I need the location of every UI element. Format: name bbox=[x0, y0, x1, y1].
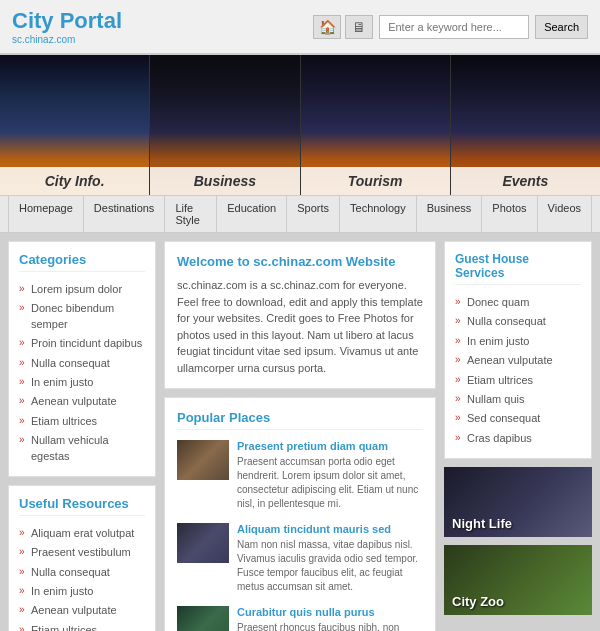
place-title-3[interactable]: Curabitur quis nulla purus bbox=[237, 606, 423, 618]
banner-panel-4[interactable]: Events bbox=[451, 55, 600, 195]
guest-list: Donec quam Nulla consequat In enim justo… bbox=[455, 293, 581, 448]
sidebar-left: Categories Lorem ipsum dolor Donec biben… bbox=[8, 241, 156, 631]
logo-sub: sc.chinaz.com bbox=[12, 34, 122, 45]
list-item: Donec quam bbox=[455, 293, 581, 312]
nav-destinations[interactable]: Destinations bbox=[84, 196, 166, 232]
list-item: Etiam ultrices bbox=[19, 412, 145, 431]
nightlife-promo[interactable]: Night Life bbox=[444, 467, 592, 537]
list-item: Nulla consequat bbox=[19, 354, 145, 373]
main-content: Categories Lorem ipsum dolor Donec biben… bbox=[0, 233, 600, 631]
list-item: Etiam ultrices bbox=[19, 621, 145, 631]
nav-sports[interactable]: Sports bbox=[287, 196, 340, 232]
place-thumb-3 bbox=[177, 606, 229, 631]
categories-box: Categories Lorem ipsum dolor Donec biben… bbox=[8, 241, 156, 477]
categories-title: Categories bbox=[19, 252, 145, 272]
list-item: Donec bibendum semper bbox=[19, 299, 145, 334]
resources-box: Useful Resources Aliquam erat volutpat P… bbox=[8, 485, 156, 631]
guest-box: Guest House Services Donec quam Nulla co… bbox=[444, 241, 592, 459]
list-item: Nullam quis bbox=[455, 390, 581, 409]
list-item: Nulla consequat bbox=[19, 563, 145, 582]
nav-photos[interactable]: Photos bbox=[482, 196, 537, 232]
welcome-box: Welcome to sc.chinaz.com Website sc.chin… bbox=[164, 241, 436, 389]
banner-label-1: City Info. bbox=[0, 167, 149, 195]
place-info-2: Aliquam tincidunt mauris sed Nam non nis… bbox=[237, 523, 423, 594]
place-text-3: Praesent rhoncus faucibus nibh, non mole… bbox=[237, 621, 423, 631]
banner-label-2: Business bbox=[150, 167, 299, 195]
logo-area: City Portal sc.chinaz.com bbox=[12, 8, 122, 45]
resources-list: Aliquam erat volutpat Praesent vestibulu… bbox=[19, 524, 145, 631]
resources-title: Useful Resources bbox=[19, 496, 145, 516]
home-icon[interactable]: 🏠 bbox=[313, 15, 341, 39]
list-item: Sed consequat bbox=[455, 409, 581, 428]
list-item: Aenean vulputate bbox=[19, 392, 145, 411]
place-thumb-1 bbox=[177, 440, 229, 480]
list-item: Proin tincidunt dapibus bbox=[19, 334, 145, 353]
place-text-1: Praesent accumsan porta odio eget hendre… bbox=[237, 455, 423, 511]
place-info-1: Praesent pretium diam quam Praesent accu… bbox=[237, 440, 423, 511]
top-nav: Homepage Destinations Life Style Educati… bbox=[0, 195, 600, 233]
place-info-3: Curabitur quis nulla purus Praesent rhon… bbox=[237, 606, 423, 631]
welcome-title: Welcome to sc.chinaz.com Website bbox=[177, 254, 423, 269]
banner-label-3: Tourism bbox=[301, 167, 450, 195]
list-item: Nulla consequat bbox=[455, 312, 581, 331]
place-title-2[interactable]: Aliquam tincidunt mauris sed bbox=[237, 523, 423, 535]
list-item: In enim justo bbox=[455, 332, 581, 351]
list-item: Aenean vulputate bbox=[19, 601, 145, 620]
place-title-1[interactable]: Praesent pretium diam quam bbox=[237, 440, 423, 452]
logo-title: City Portal bbox=[12, 8, 122, 34]
banner: City Info. Business Tourism Events bbox=[0, 55, 600, 195]
nav-technology[interactable]: Technology bbox=[340, 196, 417, 232]
search-input[interactable] bbox=[379, 15, 529, 39]
cityzoo-promo[interactable]: City Zoo bbox=[444, 545, 592, 615]
cityzoo-label: City Zoo bbox=[452, 594, 504, 609]
list-item: In enim justo bbox=[19, 582, 145, 601]
place-item-2: Aliquam tincidunt mauris sed Nam non nis… bbox=[177, 523, 423, 594]
list-item: Lorem ipsum dolor bbox=[19, 280, 145, 299]
welcome-text: sc.chinaz.com is a sc.chinaz.com for eve… bbox=[177, 277, 423, 376]
header-right: 🏠 🖥 Search bbox=[313, 15, 588, 39]
categories-list: Lorem ipsum dolor Donec bibendum semper … bbox=[19, 280, 145, 466]
banner-panel-3[interactable]: Tourism bbox=[301, 55, 451, 195]
nav-videos[interactable]: Videos bbox=[538, 196, 592, 232]
guest-title: Guest House Services bbox=[455, 252, 581, 285]
list-item: Cras dapibus bbox=[455, 429, 581, 448]
header-icons: 🏠 🖥 bbox=[313, 15, 373, 39]
nightlife-label: Night Life bbox=[452, 516, 512, 531]
banner-panel-2[interactable]: Business bbox=[150, 55, 300, 195]
list-item: Aenean vulputate bbox=[455, 351, 581, 370]
sidebar-right: Guest House Services Donec quam Nulla co… bbox=[444, 241, 592, 631]
popular-title: Popular Places bbox=[177, 410, 423, 430]
header: City Portal sc.chinaz.com 🏠 🖥 Search bbox=[0, 0, 600, 55]
popular-places-box: Popular Places Praesent pretium diam qua… bbox=[164, 397, 436, 631]
list-item: Nullam vehicula egestas bbox=[19, 431, 145, 466]
list-item: Praesent vestibulum bbox=[19, 543, 145, 562]
logo-city: City bbox=[12, 8, 54, 33]
banner-panel-1[interactable]: City Info. bbox=[0, 55, 150, 195]
place-thumb-2 bbox=[177, 523, 229, 563]
nav-business[interactable]: Business bbox=[417, 196, 483, 232]
place-item-3: Curabitur quis nulla purus Praesent rhon… bbox=[177, 606, 423, 631]
banner-label-4: Events bbox=[451, 167, 600, 195]
place-text-2: Nam non nisl massa, vitae dapibus nisl. … bbox=[237, 538, 423, 594]
list-item: Aliquam erat volutpat bbox=[19, 524, 145, 543]
nav-homepage[interactable]: Homepage bbox=[8, 196, 84, 232]
center-content: Welcome to sc.chinaz.com Website sc.chin… bbox=[164, 241, 436, 631]
list-item: In enim justo bbox=[19, 373, 145, 392]
monitor-icon[interactable]: 🖥 bbox=[345, 15, 373, 39]
place-item-1: Praesent pretium diam quam Praesent accu… bbox=[177, 440, 423, 511]
list-item: Etiam ultrices bbox=[455, 371, 581, 390]
logo-portal: Portal bbox=[54, 8, 122, 33]
nav-education[interactable]: Education bbox=[217, 196, 287, 232]
nav-lifestyle[interactable]: Life Style bbox=[165, 196, 217, 232]
search-button[interactable]: Search bbox=[535, 15, 588, 39]
